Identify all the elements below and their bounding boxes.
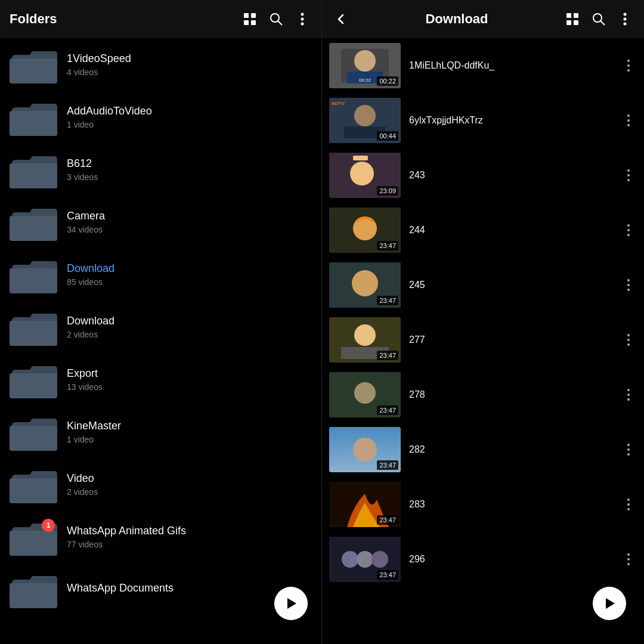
video-more-v6[interactable]	[620, 332, 637, 348]
video-more-v5[interactable]	[620, 277, 637, 293]
folder-name-download2: Download	[67, 315, 114, 327]
svg-point-31	[627, 119, 630, 122]
folder-name-b612: B612	[67, 157, 98, 170]
svg-point-47	[627, 284, 630, 286]
svg-point-62	[353, 438, 377, 462]
video-more-v3[interactable]	[620, 167, 637, 184]
svg-rect-1	[251, 13, 256, 18]
video-duration-v7: 23:47	[377, 405, 398, 415]
svg-point-45	[352, 270, 378, 296]
svg-point-25	[627, 69, 630, 72]
video-item-v6[interactable]: 23:47 277	[322, 312, 644, 367]
play-fab-left[interactable]	[274, 587, 308, 620]
back-icon[interactable]	[332, 10, 351, 29]
svg-point-52	[627, 334, 630, 336]
video-more-v1[interactable]	[620, 57, 637, 74]
svg-point-71	[342, 551, 358, 568]
svg-rect-9	[566, 13, 571, 18]
svg-point-63	[627, 444, 630, 446]
video-item-v9[interactable]: 23:47 283	[322, 477, 644, 532]
folder-item-1videospeed[interactable]: 1VideoSpeed 4 videos	[0, 38, 321, 91]
svg-line-5	[278, 21, 282, 25]
svg-point-42	[627, 229, 630, 231]
video-more-v8[interactable]	[620, 441, 637, 458]
svg-marker-78	[606, 598, 615, 609]
video-name-v3: 243	[409, 170, 620, 181]
folder-name-camera: Camera	[67, 210, 105, 222]
folder-info-1videospeed: 1VideoSpeed 4 videos	[67, 52, 131, 77]
video-more-v2[interactable]	[620, 112, 637, 129]
video-info-v7: 278	[409, 389, 620, 400]
svg-point-27	[354, 105, 376, 126]
svg-point-17	[624, 23, 627, 26]
svg-rect-12	[574, 20, 578, 25]
video-item-v2[interactable]: NDTV 00:44 6ylxTxpjjdHKxTrz	[322, 93, 644, 148]
video-info-v5: 245	[409, 280, 620, 290]
video-info-v4: 244	[409, 225, 620, 236]
svg-marker-77	[287, 598, 296, 609]
svg-point-56	[354, 382, 376, 404]
folders-more-icon[interactable]	[293, 10, 312, 29]
folder-item-addaudiotovideo[interactable]: AddAudioToVideo 1 video	[0, 91, 321, 143]
folder-item-download2[interactable]: Download 2 videos	[0, 301, 321, 353]
folder-name-download1: Download	[67, 262, 114, 275]
video-item-v4[interactable]: 23:47 244	[322, 203, 644, 258]
video-item-v10[interactable]: 23:47 296	[322, 532, 644, 587]
video-item-v5[interactable]: 23:47 245	[322, 258, 644, 312]
folder-icon-b612	[10, 149, 57, 190]
svg-point-40	[353, 216, 377, 240]
right-header: Download	[322, 0, 644, 38]
folders-search-icon[interactable]	[267, 10, 286, 29]
folder-item-whatsapp-docs[interactable]: WhatsApp Documents	[0, 563, 321, 615]
svg-rect-0	[244, 13, 249, 18]
video-more-v4[interactable]	[620, 222, 637, 239]
folder-info-export: Export 13 videos	[67, 367, 103, 392]
play-fab-right[interactable]	[593, 587, 626, 620]
video-thumb-v6: 23:47	[329, 317, 401, 363]
folder-name-export: Export	[67, 367, 103, 380]
folder-item-video[interactable]: Video 2 videos	[0, 458, 321, 510]
folder-item-kinemaster[interactable]: KineMaster 1 video	[0, 405, 321, 458]
svg-point-43	[627, 234, 630, 236]
folder-item-whatsapp-gifs[interactable]: 1 WhatsApp Animated Gifs 77 videos	[0, 510, 321, 563]
folders-grid-icon[interactable]	[240, 10, 259, 29]
video-thumb-v8: 23:47	[329, 427, 401, 472]
folder-item-export[interactable]: Export 13 videos	[0, 353, 321, 405]
svg-rect-11	[566, 20, 571, 25]
left-header: Folders	[0, 0, 321, 38]
svg-point-30	[627, 114, 630, 117]
folder-icon-download1	[10, 254, 57, 295]
video-info-v10: 296	[409, 554, 620, 565]
video-duration-v8: 23:47	[377, 460, 398, 470]
video-name-v2: 6ylxTxpjjdHKxTrz	[409, 115, 620, 126]
folder-item-camera[interactable]: Camera 34 videos	[0, 196, 321, 248]
video-more-v10[interactable]	[620, 551, 637, 568]
folder-item-b612[interactable]: B612 3 videos	[0, 143, 321, 196]
video-item-v3[interactable]: 23:09 243	[322, 148, 644, 203]
video-item-v7[interactable]: 23:47 278	[322, 367, 644, 422]
svg-point-32	[627, 124, 630, 126]
folder-count-export: 13 videos	[67, 382, 103, 392]
folder-count-whatsapp-gifs: 77 videos	[67, 540, 186, 549]
app-container: Folders	[0, 0, 644, 644]
download-search-icon[interactable]	[589, 10, 608, 29]
download-grid-icon[interactable]	[563, 10, 582, 29]
video-thumb-v9: 23:47	[329, 482, 401, 527]
folder-item-download1[interactable]: Download 85 videos	[0, 248, 321, 301]
video-item-v8[interactable]: 23:47 282	[322, 422, 644, 477]
video-more-v9[interactable]	[620, 496, 637, 513]
folder-list: 1VideoSpeed 4 videos AddAudioToVideo 1 v…	[0, 38, 321, 644]
folder-icon-whatsapp-gifs: 1	[10, 516, 57, 557]
video-duration-v4: 23:47	[377, 241, 398, 250]
svg-point-6	[301, 13, 304, 16]
folder-name-video: Video	[67, 472, 98, 485]
video-thumb-v3: 23:09	[329, 153, 401, 198]
folder-info-whatsapp-gifs: WhatsApp Animated Gifs 77 videos	[67, 525, 186, 549]
video-more-v7[interactable]	[620, 386, 637, 403]
folder-name-whatsapp-docs: WhatsApp Documents	[67, 582, 174, 595]
video-item-v1[interactable]: 00:22 00:22 1MiELhLQD-ddfKu_	[322, 38, 644, 93]
download-more-icon[interactable]	[615, 10, 634, 29]
svg-point-34	[350, 162, 374, 185]
video-name-v5: 245	[409, 280, 620, 290]
video-info-v8: 282	[409, 444, 620, 455]
